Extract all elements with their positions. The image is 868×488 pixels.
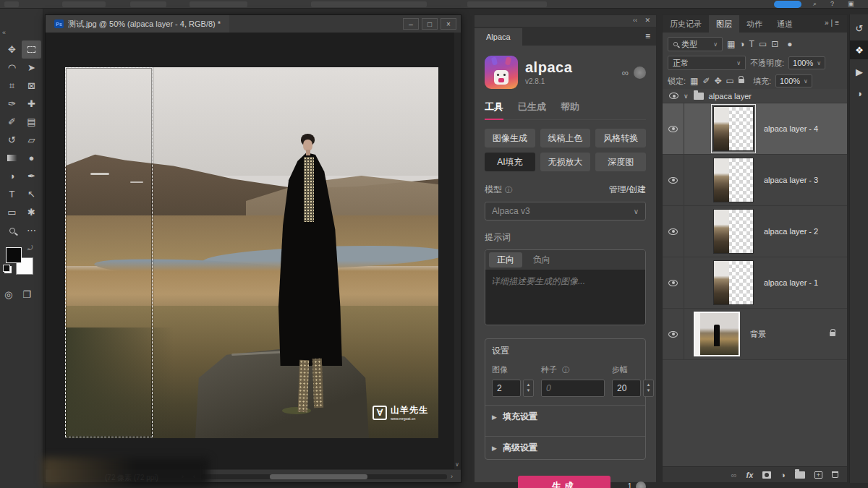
panel-menu-icon[interactable]: ≡ bbox=[645, 31, 650, 41]
object-selection-tool[interactable]: ➤ bbox=[22, 59, 41, 77]
help-icon[interactable]: ? bbox=[830, 0, 834, 7]
pen-tool[interactable]: ✒ bbox=[22, 167, 41, 185]
blur-tool[interactable]: ● bbox=[22, 149, 41, 167]
lock-pixels-icon[interactable]: ✐ bbox=[702, 76, 710, 86]
clone-stamp-tool[interactable]: ▤ bbox=[22, 113, 41, 131]
positive-prompt-tab[interactable]: 正向 bbox=[489, 252, 522, 267]
dodge-tool[interactable]: ◑ bbox=[2, 167, 22, 185]
move-tool[interactable]: ✥ bbox=[2, 40, 22, 59]
generate-button[interactable]: 生成 bbox=[518, 476, 610, 488]
background-layer-row[interactable]: 背景 bbox=[663, 309, 847, 360]
layer-row[interactable]: alpaca layer - 2 bbox=[663, 206, 847, 257]
actions-panel-icon[interactable]: ▶ bbox=[850, 62, 868, 81]
new-layer-icon[interactable]: + bbox=[814, 471, 822, 479]
crop-tool[interactable]: ⌗ bbox=[2, 77, 22, 95]
depth-map-button[interactable]: 深度图 bbox=[595, 153, 646, 171]
eyedropper-tool[interactable]: ✑ bbox=[2, 95, 22, 113]
seed-input[interactable] bbox=[541, 380, 605, 397]
layer-thumbnail[interactable] bbox=[713, 260, 754, 305]
rectangle-tool[interactable]: ▭ bbox=[2, 203, 22, 221]
tab-actions[interactable]: 动作 bbox=[739, 15, 770, 33]
layer-row[interactable]: alpaca layer - 4 bbox=[663, 103, 847, 155]
filter-shape-icon[interactable]: ▭ bbox=[759, 39, 767, 49]
tab-history[interactable]: 历史记录 bbox=[663, 15, 709, 33]
manage-create-link[interactable]: 管理/创建 bbox=[609, 184, 646, 196]
history-brush-tool[interactable]: ↺ bbox=[2, 131, 22, 149]
close-panel-icon[interactable]: ✕ bbox=[644, 17, 650, 24]
minimize-button[interactable]: – bbox=[403, 18, 419, 30]
history-panel-icon[interactable]: ↺ bbox=[850, 19, 868, 38]
more-tools[interactable]: ⋯ bbox=[22, 221, 41, 239]
layers-panel-icon[interactable]: ❖ bbox=[850, 40, 868, 59]
image-count-stepper[interactable]: ▲▼ bbox=[523, 380, 534, 397]
scroll-right-icon[interactable]: › bbox=[451, 473, 453, 480]
prompt-textarea[interactable] bbox=[485, 270, 645, 325]
search-icon[interactable]: ⌕ bbox=[813, 0, 817, 8]
link-layers-icon[interactable]: ∞ bbox=[731, 471, 737, 479]
foreground-color[interactable] bbox=[6, 247, 22, 263]
steps-input[interactable] bbox=[612, 380, 641, 397]
eraser-tool[interactable]: ▱ bbox=[22, 131, 41, 149]
tab-tools[interactable]: 工具 bbox=[485, 100, 503, 114]
screen-mode-icon[interactable]: ❐ bbox=[22, 289, 31, 300]
fill-settings-section[interactable]: ▶ 填充设置 bbox=[485, 405, 645, 428]
image-count-input[interactable] bbox=[492, 380, 521, 397]
lasso-tool[interactable]: ◠ bbox=[2, 59, 22, 77]
frame-tool[interactable]: ⊠ bbox=[22, 77, 41, 95]
document-tab[interactable]: Ps 测试.jpg @ 50% (alpaca layer - 4, RGB/8… bbox=[46, 15, 229, 33]
adjustment-layer-icon[interactable]: ◑ bbox=[780, 471, 786, 479]
layer-row[interactable]: alpaca layer - 3 bbox=[663, 155, 847, 206]
marquee-tool[interactable] bbox=[22, 40, 41, 59]
layer-group-row[interactable]: ∨ alpaca layer bbox=[663, 89, 847, 103]
tab-layers[interactable]: 图层 bbox=[709, 15, 739, 33]
image-generate-button[interactable]: 图像生成 bbox=[485, 129, 535, 147]
maximize-button[interactable]: □ bbox=[422, 18, 438, 30]
lock-position-icon[interactable]: ✥ bbox=[714, 76, 721, 86]
opacity-value[interactable]: 100% ∨ bbox=[788, 56, 825, 69]
share-button[interactable] bbox=[774, 1, 801, 8]
tab-generated[interactable]: 已生成 bbox=[518, 100, 546, 114]
filter-smart-object-icon[interactable]: ⊡ bbox=[771, 39, 778, 49]
lock-artboard-icon[interactable]: ▭ bbox=[726, 76, 734, 86]
scroll-down-icon[interactable]: ∨ bbox=[455, 461, 459, 468]
canvas-image[interactable]: ∀ 山羊先生 www.mrgoat.cn bbox=[65, 67, 438, 438]
model-select[interactable]: Alpaca v3 ∨ bbox=[485, 202, 646, 221]
layer-thumbnail[interactable] bbox=[713, 106, 754, 151]
new-group-icon[interactable] bbox=[795, 471, 805, 479]
tab-help[interactable]: 帮助 bbox=[561, 100, 579, 114]
collapse-toolbar-icon[interactable]: ‹‹ bbox=[2, 29, 5, 36]
layer-thumbnail[interactable] bbox=[713, 209, 754, 254]
path-selection-tool[interactable]: ↖ bbox=[22, 185, 41, 203]
add-mask-icon[interactable] bbox=[762, 471, 771, 479]
spot-healing-tool[interactable]: ✚ bbox=[22, 95, 41, 113]
fill-value[interactable]: 100% ∨ bbox=[775, 74, 812, 87]
collapse-panel-icon[interactable]: ‹‹ bbox=[633, 17, 637, 24]
lineart-color-button[interactable]: 线稿上色 bbox=[540, 129, 591, 147]
close-button[interactable]: × bbox=[441, 18, 456, 30]
filter-pixel-icon[interactable]: ▦ bbox=[727, 39, 735, 49]
scrollbar-thumb[interactable] bbox=[270, 474, 367, 479]
vertical-scrollbar[interactable]: ∨ bbox=[454, 33, 461, 469]
swap-colors-icon[interactable]: ⤾ bbox=[27, 244, 33, 252]
hand-tool[interactable]: ✱ bbox=[22, 203, 41, 221]
layer-style-icon[interactable]: fx bbox=[746, 471, 754, 479]
zoom-tool[interactable] bbox=[2, 221, 22, 239]
layer-row[interactable]: alpaca layer - 1 bbox=[663, 257, 847, 309]
filter-toggle-icon[interactable]: ● bbox=[787, 39, 792, 49]
advanced-settings-section[interactable]: ▶ 高级设置 bbox=[485, 436, 645, 459]
layer-thumbnail[interactable] bbox=[713, 158, 754, 202]
style-transfer-button[interactable]: 风格转换 bbox=[595, 129, 646, 147]
lock-all-icon[interactable] bbox=[739, 79, 744, 83]
channels-panel-icon[interactable]: ◑ bbox=[850, 84, 868, 103]
filter-type-select[interactable]: 类型 ∨ bbox=[668, 37, 723, 51]
blend-mode-select[interactable]: 正常 ∨ bbox=[668, 56, 746, 70]
panel-options-icons[interactable]: »|≡ bbox=[825, 19, 841, 27]
visibility-eye-icon[interactable] bbox=[669, 93, 678, 99]
ai-fill-button[interactable]: AI填充 bbox=[485, 153, 535, 171]
visibility-eye-icon[interactable] bbox=[668, 228, 678, 235]
lock-transparency-icon[interactable]: ▦ bbox=[690, 76, 698, 86]
type-tool[interactable]: T bbox=[2, 185, 22, 203]
visibility-eye-icon[interactable] bbox=[668, 126, 678, 132]
upscale-button[interactable]: 无损放大 bbox=[540, 153, 591, 171]
filter-adjustment-icon[interactable]: ◑ bbox=[739, 39, 744, 49]
